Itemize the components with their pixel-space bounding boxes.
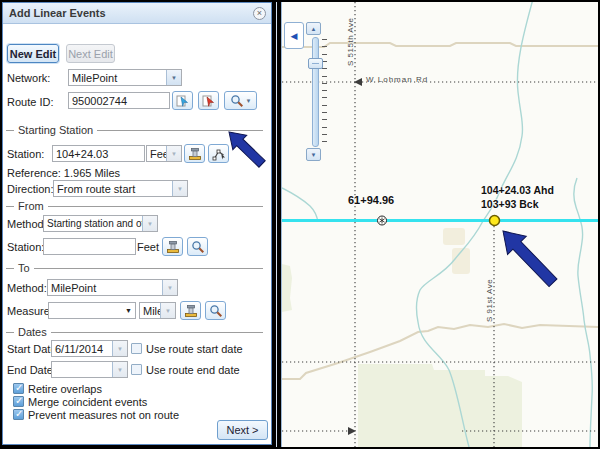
- to-method-label: Method:: [7, 282, 47, 294]
- route-search-split-button[interactable]: ▼: [224, 91, 257, 110]
- chevron-down-icon[interactable]: ▼: [112, 362, 127, 377]
- end-date-picker[interactable]: ▼: [51, 361, 128, 378]
- chevron-down-icon[interactable]: ▼: [172, 181, 187, 196]
- select-station-on-map-button[interactable]: [208, 144, 229, 163]
- chevron-down-icon[interactable]: ▼: [246, 98, 252, 104]
- panel-titlebar: Add Linear Events ×: [3, 3, 271, 24]
- next-button[interactable]: Next >: [217, 420, 268, 440]
- station-back-label: 103+93 Bck: [481, 198, 539, 210]
- panel-splitter[interactable]: [276, 2, 277, 447]
- road-label-91st: S 91st Ave: [485, 266, 494, 322]
- starting-station-input[interactable]: [52, 145, 145, 162]
- direction-combo[interactable]: From route start ▼: [53, 180, 188, 197]
- retire-overlaps-checkbox[interactable]: [13, 383, 24, 394]
- collapse-panel-tab[interactable]: ◀: [284, 22, 304, 49]
- chevron-down-icon: ▼: [166, 146, 181, 161]
- road-label-lohman: W Lohman Rd: [366, 75, 428, 84]
- beige-patch: [443, 228, 465, 245]
- use-route-start-date-checkbox[interactable]: [131, 343, 142, 354]
- prevent-measures-label: Prevent measures not on route: [28, 409, 179, 421]
- map-graphics: [282, 2, 598, 447]
- merge-coincident-events-checkbox[interactable]: [13, 396, 24, 407]
- from-method-label: Method:: [7, 218, 47, 230]
- from-legend: From: [6, 200, 263, 212]
- from-method-value: Starting station and offset: [44, 218, 142, 229]
- start-date-picker[interactable]: 6/11/2014 ▼: [51, 340, 128, 357]
- station-measure-label: 61+94.96: [348, 194, 394, 206]
- retire-overlaps-label: Retire overlaps: [28, 383, 102, 395]
- merge-coincident-events-label: Merge coincident events: [28, 396, 147, 408]
- network-combo[interactable]: MilePoint ▼: [68, 69, 182, 86]
- clear-route-selection-button[interactable]: [198, 91, 219, 110]
- measure-locate-tool-button[interactable]: [180, 301, 201, 320]
- select-route-icon: [176, 94, 190, 108]
- chevron-down-icon[interactable]: ▼: [112, 341, 127, 356]
- measure-search-button[interactable]: [205, 301, 226, 320]
- zoom-slider-ticks: [322, 39, 327, 147]
- chevron-down-icon[interactable]: ▼: [166, 70, 181, 85]
- dates-legend: Dates: [6, 326, 263, 338]
- start-date-value: 6/11/2014: [52, 343, 112, 355]
- network-label: Network:: [7, 72, 50, 84]
- chevron-left-icon: ◀: [291, 31, 298, 41]
- unit-value: Feet: [147, 148, 166, 160]
- measure-tool-icon: [184, 304, 198, 318]
- to-method-value: MilePoint: [48, 282, 162, 294]
- dashed-line-arrowhead: [348, 427, 356, 435]
- map-viewport[interactable]: 61+94.96 104+24.03 Ahd 103+93 Bck W Lohm…: [281, 2, 598, 447]
- add-linear-events-panel: Add Linear Events × New Edit Next Edit N…: [2, 2, 272, 445]
- new-edit-button[interactable]: New Edit: [7, 44, 59, 63]
- route-id-label: Route ID:: [7, 96, 53, 108]
- zoom-in-button[interactable]: ▲: [306, 22, 321, 35]
- from-station-unit: Feet: [137, 241, 159, 253]
- measure-tool-icon: [166, 240, 180, 254]
- chevron-down-icon[interactable]: ▼: [125, 307, 135, 314]
- use-route-end-date-checkbox[interactable]: [131, 364, 142, 375]
- green-area: [358, 364, 522, 447]
- from-station-input[interactable]: [43, 238, 136, 255]
- minor-roads: [282, 43, 598, 379]
- zoom-out-button[interactable]: ▼: [306, 148, 321, 161]
- from-search-button[interactable]: [187, 237, 208, 256]
- magnifier-icon: [209, 304, 223, 318]
- to-legend: To: [6, 262, 263, 274]
- panel-content: New Edit Next Edit Network: MilePoint ▼ …: [3, 23, 271, 444]
- chevron-down-icon[interactable]: ▼: [142, 216, 157, 231]
- application-window: Add Linear Events × New Edit Next Edit N…: [0, 0, 600, 449]
- arrow-up-icon: ▲: [311, 26, 317, 32]
- locate-station-tool-button[interactable]: [184, 144, 205, 163]
- magnifier-icon: [230, 94, 244, 108]
- route-id-input[interactable]: [68, 92, 170, 109]
- station-ahead-label: 104+24.03 Ahd: [481, 184, 554, 196]
- prevent-measures-checkbox[interactable]: [13, 409, 24, 420]
- from-method-combo[interactable]: Starting station and offset ▼: [43, 215, 158, 232]
- measure-combo[interactable]: ▼: [48, 302, 136, 319]
- starting-station-unit-combo[interactable]: Feet ▼: [146, 145, 182, 162]
- measure-unit-combo[interactable]: Miles ▼: [139, 302, 176, 319]
- measure-label: Measure:: [7, 305, 53, 317]
- direction-value: From route start: [54, 183, 172, 195]
- network-value: MilePoint: [69, 72, 166, 84]
- measure-unit-value: Miles: [140, 305, 160, 317]
- zoom-slider-track[interactable]: [312, 37, 319, 147]
- from-station-label: Station:: [7, 241, 44, 253]
- selected-station-point: [490, 216, 500, 226]
- zoom-slider-handle[interactable]: [308, 58, 323, 69]
- select-route-on-map-button[interactable]: [172, 91, 193, 110]
- measure-tool-icon: [188, 147, 202, 161]
- station-reference-marker: [378, 216, 387, 225]
- use-route-end-date-label: Use route end date: [146, 364, 240, 376]
- chevron-down-icon[interactable]: ▼: [160, 303, 175, 318]
- use-route-start-date-label: Use route start date: [146, 343, 243, 355]
- node-select-icon: [212, 147, 226, 161]
- magnifier-icon: [191, 240, 205, 254]
- end-date-label: End Date:: [7, 364, 56, 376]
- close-icon[interactable]: ×: [253, 7, 266, 20]
- green-area-left: [282, 264, 292, 312]
- next-edit-button[interactable]: Next Edit: [66, 44, 115, 63]
- panel-title: Add Linear Events: [9, 7, 106, 19]
- chevron-down-icon[interactable]: ▼: [162, 280, 177, 295]
- from-locate-tool-button[interactable]: [162, 237, 183, 256]
- clear-route-icon: [202, 94, 216, 108]
- to-method-combo[interactable]: MilePoint ▼: [47, 279, 178, 296]
